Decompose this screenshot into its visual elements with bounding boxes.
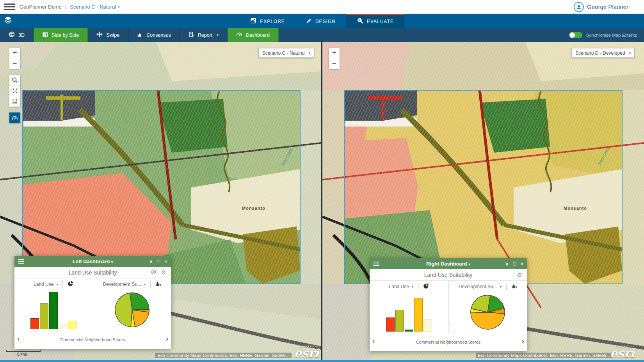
caret-down-icon: ▾ xyxy=(629,51,631,55)
esri-logo: POWERED BY esri xyxy=(610,345,635,359)
pencil-icon xyxy=(306,18,312,25)
side-by-side-button[interactable]: Side by Side xyxy=(34,28,88,42)
maximize-button[interactable]: □ xyxy=(157,259,160,264)
pie-chart-container xyxy=(452,292,524,332)
3d-button[interactable]: 3D xyxy=(0,28,34,42)
dashboard-window-controls: ∨ □ × xyxy=(149,259,167,264)
widget-title-row: Land Use Suitability ⚙ xyxy=(14,267,171,278)
carousel-next-button[interactable]: › xyxy=(522,337,524,345)
breadcrumb-separator: / xyxy=(65,4,67,10)
user-menu[interactable]: George Planner xyxy=(574,0,628,14)
development-suitability-select[interactable]: Development Su... xyxy=(103,282,141,287)
swipe-icon xyxy=(96,31,103,39)
zoom-in-button[interactable]: + xyxy=(9,48,20,58)
breadcrumb: GeoPlanner Demo / Scenario C - Natural ▾ xyxy=(20,0,120,14)
explore-icon xyxy=(250,18,256,25)
tab-design[interactable]: DESIGN xyxy=(295,14,346,28)
eye-slash-icon xyxy=(151,269,157,275)
dashboard-rail-button[interactable] xyxy=(9,112,20,123)
swipe-button[interactable]: Swipe xyxy=(88,28,128,42)
widget-settings-button[interactable]: ⚙ xyxy=(517,271,522,278)
visibility-toggle-button[interactable] xyxy=(151,269,157,276)
bar-segment xyxy=(414,298,423,332)
right-zoom-controls: + − xyxy=(329,48,340,69)
dashboard-button[interactable]: Dashboard xyxy=(228,28,279,42)
layers-button[interactable] xyxy=(0,14,16,28)
right-dashboard-title-menu[interactable]: Right Dashboard ▾ xyxy=(370,261,527,267)
bar-segment xyxy=(40,303,48,329)
evaluate-toolbar: 3D Side by Side Swipe Consensus Report ▾… xyxy=(0,28,644,42)
hamburger-menu-icon[interactable] xyxy=(4,4,15,11)
caret-down-icon: ▾ xyxy=(468,262,470,266)
close-button[interactable]: × xyxy=(164,259,167,264)
expand-extent-button[interactable] xyxy=(9,86,20,96)
bar-segment xyxy=(386,317,395,332)
scenario-breadcrumb-menu[interactable]: Scenario C - Natural ▾ xyxy=(70,4,119,10)
right-dashboard-header: Right Dashboard ▾ ∨ □ × xyxy=(370,258,527,269)
carousel-next-button[interactable]: › xyxy=(166,334,168,343)
globe-icon xyxy=(9,31,15,39)
divider xyxy=(62,281,63,288)
scale-mi-label: 0.4mi xyxy=(17,352,41,357)
search-icon xyxy=(12,77,18,83)
caret-down-icon: ▾ xyxy=(111,260,113,264)
zoom-out-button[interactable]: − xyxy=(329,58,340,69)
gauge-icon xyxy=(12,115,18,121)
right-scenario-select[interactable]: Scenario D - Developed ▾ xyxy=(571,48,635,58)
widget-title-row: Land Use Suitability ⚙ xyxy=(370,269,527,281)
left-map-tools xyxy=(9,75,20,107)
tab-evaluate[interactable]: EVALUATE xyxy=(346,14,404,28)
chart-carousel: ‹ « › Land Use ▾ Development Su... xyxy=(370,281,527,333)
caret-down-icon: ▾ xyxy=(217,33,219,37)
maximize-button[interactable]: □ xyxy=(513,261,516,267)
caret-down-icon: ▾ xyxy=(412,285,413,289)
evaluate-magnifier-icon xyxy=(357,18,363,25)
carousel-prev-button[interactable]: ‹ xyxy=(17,334,20,343)
map-attribution: Esri Community Maps Contributors, Esri, … xyxy=(155,353,292,358)
pie-type-button[interactable] xyxy=(423,283,429,290)
carousel-back-button[interactable]: « xyxy=(445,338,448,344)
development-suitability-select[interactable]: Development Su... xyxy=(459,284,497,289)
land-use-select[interactable]: Land Use xyxy=(389,284,409,289)
land-use-select[interactable]: Land Use xyxy=(34,282,53,287)
collapse-button[interactable]: ∨ xyxy=(505,261,509,267)
widget-settings-button[interactable]: ⚙ xyxy=(161,269,166,276)
zoom-in-button[interactable]: + xyxy=(329,48,340,58)
pie-slice xyxy=(471,312,505,329)
close-button[interactable]: × xyxy=(520,261,523,267)
caret-down-icon: ▾ xyxy=(144,283,146,286)
measure-button[interactable] xyxy=(9,96,20,107)
tab-explore-label: EXPLORE xyxy=(260,19,285,24)
collapse-button[interactable]: ∨ xyxy=(149,259,153,264)
tab-explore[interactable]: EXPLORE xyxy=(240,14,295,28)
right-dashboard-panel: Right Dashboard ▾ ∨ □ × Land Use Suitabi… xyxy=(370,258,527,351)
bar-chart xyxy=(18,290,90,329)
carousel-page-label: Commercial Neighborhood Stores xyxy=(14,331,171,349)
consensus-button[interactable]: Consensus xyxy=(128,28,180,42)
left-dashboard-title-menu[interactable]: Left Dashboard ▾ xyxy=(14,259,171,264)
bar-segment xyxy=(395,310,404,332)
report-button[interactable]: Report ▾ xyxy=(180,28,228,42)
esri-logo: POWERED BY esri xyxy=(294,345,319,359)
bar-type-button[interactable] xyxy=(155,281,161,288)
caret-down-icon: ▾ xyxy=(500,285,502,289)
pie-type-button[interactable] xyxy=(68,281,73,288)
carousel-prev-button[interactable]: ‹ xyxy=(372,337,375,345)
bar-segment xyxy=(59,325,67,329)
measure-ruler-icon xyxy=(12,98,18,105)
pie-slice xyxy=(115,293,132,327)
bar-type-button[interactable] xyxy=(511,283,517,290)
caret-down-icon: ▾ xyxy=(308,51,310,55)
report-label: Report xyxy=(198,32,213,38)
divider xyxy=(150,281,151,288)
sync-extents-toggle[interactable] xyxy=(569,32,582,38)
divider xyxy=(418,284,418,290)
left-dashboard-title: Left Dashboard xyxy=(73,259,110,264)
search-button[interactable] xyxy=(9,75,20,86)
pie-chart-icon xyxy=(68,281,73,287)
zoom-out-button[interactable]: − xyxy=(9,58,20,69)
3d-label: 3D xyxy=(18,32,25,38)
bar-chart-icon xyxy=(155,281,161,287)
bar-segment xyxy=(49,292,58,329)
left-scenario-select[interactable]: Scenario C - Natural ▾ xyxy=(258,48,314,58)
